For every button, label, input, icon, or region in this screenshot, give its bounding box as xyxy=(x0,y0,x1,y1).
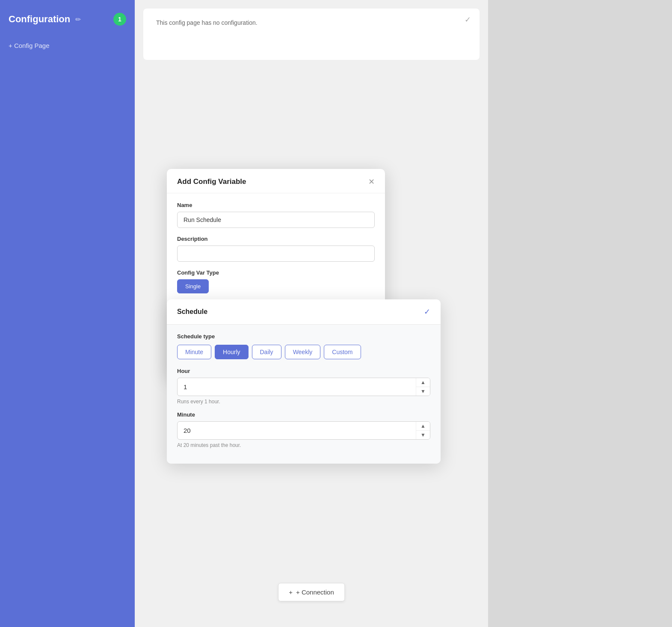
add-config-page-button[interactable]: + Config Page xyxy=(9,38,126,53)
config-var-type-label: Config Var Type xyxy=(177,269,375,276)
connection-button-label: + Connection xyxy=(296,589,334,596)
name-field-group: Name xyxy=(177,202,375,228)
schedule-panel-body: Schedule type Minute Hourly Daily Weekly… xyxy=(167,325,441,464)
schedule-type-label: Schedule type xyxy=(177,333,430,340)
schedule-type-buttons: Minute Hourly Daily Weekly Custom xyxy=(177,345,430,359)
modal-close-button[interactable]: ✕ xyxy=(368,178,375,186)
schedule-type-minute-button[interactable]: Minute xyxy=(177,345,211,359)
hour-spinners: ▲ ▼ xyxy=(416,378,430,396)
description-field-group: Description xyxy=(177,236,375,262)
schedule-type-hourly-button[interactable]: Hourly xyxy=(215,345,248,359)
modal-header: Add Config Variable ✕ xyxy=(167,169,385,193)
config-panel: ✓ This config page has no configuration. xyxy=(143,9,480,60)
name-input[interactable] xyxy=(177,212,375,228)
schedule-type-daily-button[interactable]: Daily xyxy=(252,345,281,359)
right-background xyxy=(488,0,672,627)
config-empty-text: This config page has no configuration. xyxy=(156,19,467,26)
minute-label: Minute xyxy=(177,411,430,418)
plus-icon: + xyxy=(289,589,293,596)
schedule-type-custom-button[interactable]: Custom xyxy=(324,345,361,359)
schedule-type-weekly-button[interactable]: Weekly xyxy=(285,345,321,359)
schedule-panel-header: Schedule ✓ xyxy=(167,299,441,325)
config-var-type-group: Config Var Type Single xyxy=(177,269,375,293)
minute-increment-button[interactable]: ▲ xyxy=(416,422,430,431)
hour-input[interactable] xyxy=(178,378,416,396)
hour-label: Hour xyxy=(177,368,430,374)
sidebar: Configuration ✏ 1 + Config Page xyxy=(0,0,135,627)
connection-button[interactable]: + + Connection xyxy=(278,583,345,601)
config-var-type-button[interactable]: Single xyxy=(177,279,209,293)
sidebar-title: Configuration xyxy=(9,14,70,25)
minute-input-row: ▲ ▼ xyxy=(177,421,430,440)
schedule-panel: Schedule ✓ Schedule type Minute Hourly D… xyxy=(167,299,441,464)
minute-input[interactable] xyxy=(178,422,416,439)
description-input[interactable] xyxy=(177,245,375,262)
name-label: Name xyxy=(177,202,375,208)
minute-decrement-button[interactable]: ▼ xyxy=(416,431,430,439)
schedule-panel-title: Schedule xyxy=(177,308,207,316)
hour-decrement-button[interactable]: ▼ xyxy=(416,387,430,396)
config-checkmark-icon: ✓ xyxy=(465,15,471,24)
minute-hint: At 20 minutes past the hour. xyxy=(177,442,430,448)
hour-increment-button[interactable]: ▲ xyxy=(416,378,430,387)
sidebar-badge: 1 xyxy=(113,13,126,26)
hour-input-row: ▲ ▼ xyxy=(177,378,430,396)
minute-spinners: ▲ ▼ xyxy=(416,422,430,439)
modal-title: Add Config Variable xyxy=(177,177,246,186)
schedule-panel-check-icon[interactable]: ✓ xyxy=(424,307,430,316)
hour-hint: Runs every 1 hour. xyxy=(177,399,430,405)
description-label: Description xyxy=(177,236,375,242)
edit-icon[interactable]: ✏ xyxy=(75,15,81,24)
sidebar-header: Configuration ✏ 1 xyxy=(9,13,126,26)
